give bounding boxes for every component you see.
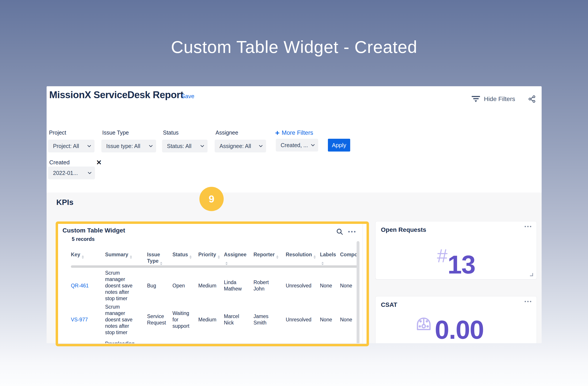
dropdown-value: Status: All <box>167 143 191 149</box>
filter-label: Issue Type <box>102 130 156 136</box>
page: Custom Table Widget - Created MissionX S… <box>0 0 588 386</box>
share-icon[interactable] <box>528 95 536 104</box>
dropdown-value: Assignee: All <box>219 143 251 149</box>
filter-label: Assignee <box>215 130 266 136</box>
gauge-icon <box>414 312 434 333</box>
open-requests-value: # 13 <box>376 246 537 277</box>
remove-filter-icon[interactable]: ✕ <box>96 159 102 166</box>
chevron-down-icon <box>259 144 263 147</box>
resize-handle-icon[interactable] <box>530 273 533 276</box>
highlight-box <box>56 221 369 346</box>
date-preset-value: Created, ... <box>281 142 308 148</box>
date-preset-dropdown[interactable]: Created, ... <box>276 139 318 152</box>
created-filter: Created ✕ <box>49 159 102 166</box>
hide-filters-button[interactable]: Hide Filters <box>471 96 515 103</box>
more-filters-button[interactable]: + More Filters <box>275 129 313 136</box>
open-requests-number: 13 <box>448 252 475 277</box>
plus-icon: + <box>275 129 279 136</box>
created-date-dropdown[interactable]: 2022-01... <box>48 167 95 179</box>
chevron-down-icon <box>87 144 91 147</box>
more-filters-label: More Filters <box>282 130 313 136</box>
csat-card: CSAT 0.00 <box>375 296 537 343</box>
project-dropdown[interactable]: Project: All <box>48 140 95 153</box>
card-title: CSAT <box>381 301 397 308</box>
chevron-down-icon <box>311 143 315 146</box>
status-dropdown[interactable]: Status: All <box>162 140 208 153</box>
hide-filters-label: Hide Filters <box>484 96 515 103</box>
filter-field-assignee: AssigneeAssignee: All <box>215 130 266 153</box>
chevron-down-icon <box>201 144 204 147</box>
card-title: Open Requests <box>381 226 426 233</box>
open-requests-card: Open Requests # 13 <box>375 221 537 279</box>
report-title: MissionX ServiceDesk Report <box>49 89 184 100</box>
step-badge: 9 <box>199 187 224 211</box>
filter-label: Project <box>49 130 95 136</box>
filter-field-status: StatusStatus: All <box>162 130 208 153</box>
save-button[interactable]: Save <box>181 93 194 100</box>
filter-field-issue-type: Issue TypeIssue type: All <box>101 130 156 153</box>
kpi-section-heading: KPIs <box>56 198 74 207</box>
created-date-value: 2022-01... <box>53 170 78 176</box>
page-title: Custom Table Widget - Created <box>47 37 542 57</box>
hash-icon: # <box>437 246 448 265</box>
chevron-down-icon <box>149 144 153 147</box>
apply-button[interactable]: Apply <box>328 139 350 152</box>
filter-field-project: ProjectProject: All <box>48 130 95 153</box>
created-filter-label: Created <box>49 159 70 166</box>
dropdown-value: Project: All <box>53 143 79 149</box>
csat-number: 0.00 <box>435 317 484 343</box>
card-menu-icon[interactable] <box>525 301 531 302</box>
assignee-dropdown[interactable]: Assignee: All <box>215 140 266 153</box>
filter-icon <box>471 96 480 102</box>
filter-label: Status <box>163 130 208 136</box>
card-menu-icon[interactable] <box>525 226 531 227</box>
chevron-down-icon <box>88 171 92 174</box>
issue-type-dropdown[interactable]: Issue type: All <box>101 140 156 153</box>
dropdown-value: Issue type: All <box>106 143 140 149</box>
